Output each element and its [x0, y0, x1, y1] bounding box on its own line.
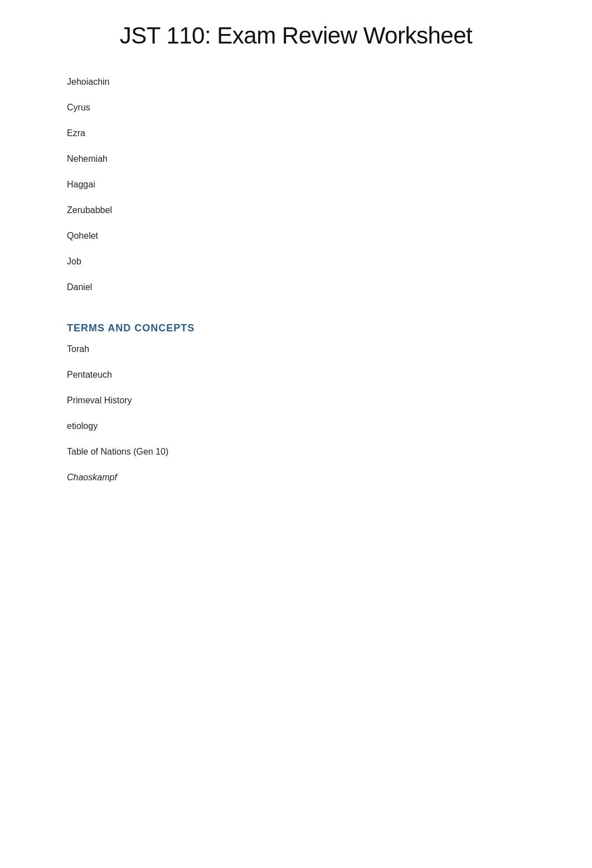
list-item-zerubabbel: Zerubabbel: [67, 197, 525, 223]
terms-section-header: TERMS AND CONCEPTS: [67, 322, 525, 334]
list-item-daniel: Daniel: [67, 274, 525, 300]
list-item-haggai: Haggai: [67, 172, 525, 197]
page-title: JST 110: Exam Review Worksheet: [67, 22, 525, 49]
term-item-chaoskampf: Chaoskampf: [67, 465, 525, 490]
term-item-primeval-history: Primeval History: [67, 388, 525, 413]
term-item-table-of-nations: Table of Nations (Gen 10): [67, 439, 525, 465]
term-item-torah: Torah: [67, 336, 525, 362]
list-item-cyrus: Cyrus: [67, 95, 525, 120]
term-item-pentateuch: Pentateuch: [67, 362, 525, 388]
list-item-ezra: Ezra: [67, 120, 525, 146]
terms-list: TorahPentateuchPrimeval HistoryetiologyT…: [67, 336, 525, 490]
names-list: JehoiachinCyrusEzraNehemiahHaggaiZerubab…: [67, 69, 525, 300]
term-item-etiology: etiology: [67, 413, 525, 439]
list-item-qohelet: Qohelet: [67, 223, 525, 249]
list-item-job: Job: [67, 249, 525, 274]
terms-section: TERMS AND CONCEPTSTorahPentateuchPrimeva…: [67, 322, 525, 490]
list-item-jehoiachin: Jehoiachin: [67, 69, 525, 95]
list-item-nehemiah: Nehemiah: [67, 146, 525, 172]
